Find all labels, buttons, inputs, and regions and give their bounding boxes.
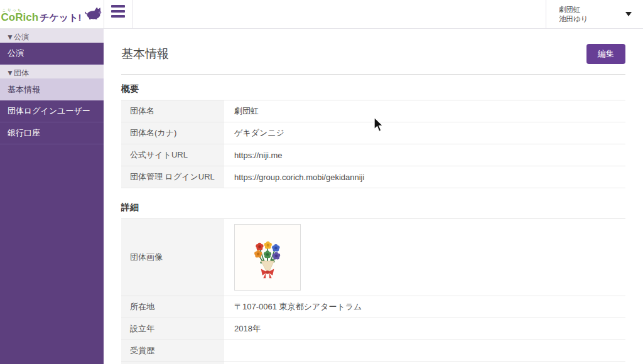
table-row: 団体管理 ログインURL https://group.corich.mobi/g… (121, 166, 625, 188)
table-row: 受賞歴 (121, 340, 625, 362)
row-label: 受賞歴 (121, 340, 224, 361)
hamburger-icon (111, 5, 125, 18)
logo-product: チケット! (40, 13, 81, 22)
details-table: 団体画像 (121, 218, 625, 364)
sidebar: ▼公演 公演 ▼団体 基本情報 団体ログインユーザー 銀行口座 (0, 29, 104, 364)
row-value (224, 219, 625, 296)
table-row: 団体名 劇団虹 (121, 100, 625, 122)
logo-link[interactable]: こりっち CoRich チケット! (1, 6, 103, 23)
sidebar-item-basic-info[interactable]: 基本情報 (0, 78, 104, 100)
table-row: 公式サイトURL https://niji.me (121, 144, 625, 166)
flower-bouquet-icon (244, 234, 291, 281)
sidebar-section-group[interactable]: ▼団体 (0, 65, 104, 78)
table-row: 所在地 〒107-0061 東京都シアタートラム (121, 296, 625, 318)
topbar-spacer (132, 0, 546, 28)
row-label: 所在地 (121, 296, 224, 318)
overview-heading: 概要 (121, 83, 625, 95)
row-label: 設立年 (121, 318, 224, 340)
table-row: 団体画像 (121, 219, 625, 296)
table-row: 団体名(カナ) ゲキダンニジ (121, 122, 625, 144)
page-header: 基本情報 編集 (121, 29, 625, 75)
row-label: 団体名 (121, 100, 224, 122)
row-label: 団体管理 ログインURL (121, 166, 224, 188)
menu-toggle[interactable] (104, 0, 132, 28)
overview-table: 団体名 劇団虹 団体名(カナ) ゲキダンニジ 公式サイトURL https://… (121, 100, 625, 188)
row-value: 劇団虹 (224, 100, 625, 122)
sidebar-section-performances[interactable]: ▼公演 (0, 29, 104, 43)
details-heading: 詳細 (121, 202, 625, 213)
group-image (234, 224, 301, 291)
sidebar-filler (0, 144, 104, 364)
top-bar: こりっち CoRich チケット! (0, 0, 643, 29)
logo-area: こりっち CoRich チケット! (0, 0, 104, 28)
row-label: 団体画像 (121, 219, 224, 296)
row-value: https://group.corich.mobi/gekidanniji (224, 166, 625, 188)
chevron-down-icon (625, 12, 632, 16)
row-label: 団体名(カナ) (121, 122, 224, 144)
row-value: https://niji.me (224, 144, 625, 166)
sidebar-item-performances[interactable]: 公演 (0, 43, 104, 65)
user-menu[interactable]: 劇団虹 池田ゆり (546, 0, 643, 28)
page-title: 基本情報 (121, 46, 169, 62)
table-row: 設立年 2018年 (121, 318, 625, 340)
user-menu-name: 池田ゆり (559, 14, 588, 24)
row-value: 2018年 (224, 318, 625, 340)
main-content: 基本情報 編集 概要 団体名 劇団虹 団体名(カナ) ゲキダンニジ 公式サイトU… (104, 29, 643, 364)
pig-mascot-icon (85, 6, 102, 23)
row-label: 公式サイトURL (121, 144, 224, 166)
sidebar-item-bank-account[interactable]: 銀行口座 (0, 122, 104, 144)
user-menu-group: 劇団虹 (559, 5, 588, 14)
logo-corich: CoRich (1, 12, 39, 23)
row-value (224, 340, 625, 361)
edit-button[interactable]: 編集 (586, 44, 625, 64)
row-value: ゲキダンニジ (224, 122, 625, 144)
row-value: 〒107-0061 東京都シアタートラム (224, 296, 625, 318)
sidebar-item-login-users[interactable]: 団体ログインユーザー (0, 100, 104, 122)
